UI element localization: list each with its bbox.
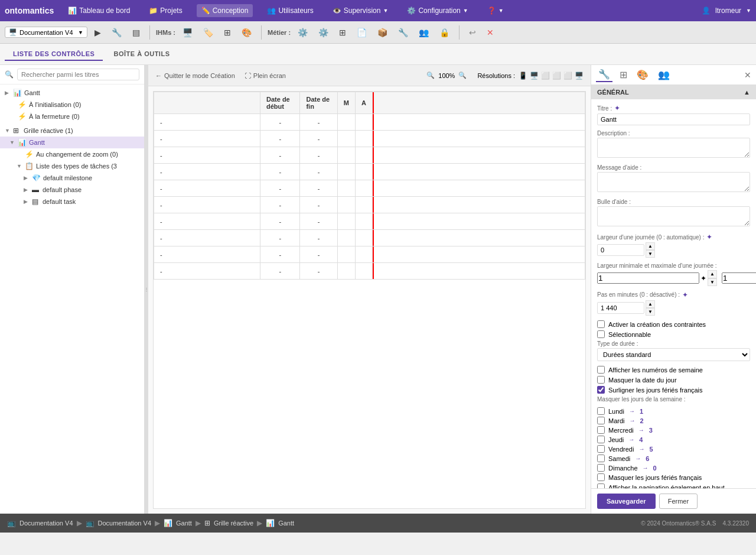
zoom-out-icon[interactable]: 🔍 [426,72,435,79]
description-textarea[interactable] [597,138,750,158]
nav-help[interactable]: ❓ ▼ [483,4,509,17]
tree-item-gantt-child[interactable]: ▼ 📊 Gantt [0,137,144,148]
breadcrumb-item-4[interactable]: ⊞ Grille réactive [204,519,253,527]
doc-selector[interactable]: 🖥️ Documentation V4 ▼ [5,27,87,38]
tablet-icon-2[interactable]: ⬜ [552,72,561,80]
right-tab-wrench[interactable]: 🔧 [596,67,612,82]
play-btn[interactable]: ▶ [91,25,105,40]
metier-1-btn[interactable]: ⚙️ [294,25,311,40]
undo-btn[interactable]: ↩ [465,25,480,40]
tree-item-init-label: À l'initialisation (0) [29,101,139,108]
constraints-checkbox[interactable] [597,320,605,328]
step-input[interactable] [597,302,644,314]
mardi-checkbox[interactable] [597,417,605,424]
day-width-up-btn[interactable]: ▲ [646,242,655,250]
step-down-btn[interactable]: ▼ [646,308,655,316]
metier-3-btn[interactable]: ⊞ [335,25,350,40]
help-message-label: Message d'aide : [597,164,750,171]
cell-end: - [300,263,337,280]
mobile-icon[interactable]: 📱 [519,72,527,80]
nav-supervision[interactable]: 👁️ Supervision ▼ [328,4,393,17]
ihm-table-btn[interactable]: ⊞ [220,25,234,40]
tree-item-close[interactable]: ⚡ À la fermeture (0) [0,111,144,122]
close-panel-button[interactable]: Fermer [659,494,698,509]
title-input[interactable] [597,113,750,125]
search-input[interactable] [17,69,139,80]
tab-boite-outils[interactable]: BOÎTE À OUTILS [105,48,178,61]
day-width-input[interactable] [597,244,644,256]
day-width-down-btn[interactable]: ▼ [646,250,655,258]
right-tab-palette[interactable]: 🎨 [634,68,651,82]
tree-item-gantt[interactable]: ▶ 📊 Gantt [0,87,144,99]
quit-creation-btn[interactable]: ← Quitter le mode Création [155,72,235,79]
nav-tableau[interactable]: 📊 Tableau de bord [63,4,135,17]
cell-start: - [260,197,300,213]
breadcrumb-sep-2: ▶ [155,519,160,527]
tab-liste-controles[interactable]: LISTE DES CONTRÔLES [5,48,103,61]
breadcrumb-item-1[interactable]: 📺 Documentation V4 [7,519,73,527]
nav-projets[interactable]: 📁 Projets [144,4,187,17]
desktop-icon[interactable]: 🖥️ [575,72,584,80]
highlight-holidays-checkbox[interactable] [597,386,605,394]
tree-item-zoom[interactable]: ⚡ Au changement de zoom (0) [0,148,144,160]
tablet-icon-3[interactable]: ⬜ [563,72,572,80]
mercredi-checkbox[interactable] [597,426,605,434]
help-bubble-textarea[interactable] [597,206,750,226]
right-panel-close-btn[interactable]: ✕ [744,70,751,80]
dimanche-checkbox[interactable] [597,464,605,472]
right-tab-users[interactable]: 👥 [656,68,672,82]
breadcrumb-item-3[interactable]: 📊 Gantt [164,519,192,527]
max-input[interactable] [722,272,756,284]
nav-utilisateurs[interactable]: 👥 Utilisateurs [262,4,318,17]
metier-6-btn[interactable]: 🔧 [395,25,412,40]
lundi-checkbox[interactable] [597,407,605,415]
metier-5-btn[interactable]: 📦 [374,25,391,40]
help-message-textarea[interactable] [597,172,750,192]
tree-item-milestone[interactable]: ▶ 💎 default milestone [0,172,144,184]
breadcrumb-grid-icon: ⊞ [204,519,210,527]
right-tab-grid[interactable]: ⊞ [617,68,630,82]
monitor-icon-2[interactable]: 🖥️ [530,72,539,80]
tree-item-task[interactable]: ▶ ▤ default task [0,196,144,207]
general-section-header[interactable]: GÉNÉRAL ▲ [591,85,756,99]
tree-item-init[interactable]: ⚡ À l'initialisation (0) [0,99,144,111]
min-down-btn[interactable]: ▼ [708,278,717,286]
tree-item-phase[interactable]: ▶ ▬ default phase [0,184,144,196]
ihm-monitor-btn[interactable]: 🖥️ [179,25,196,40]
zoom-in-icon[interactable]: 🔍 [458,72,467,79]
settings-btn[interactable]: 🔧 [108,25,125,40]
tree-item-grille[interactable]: ▼ ⊞ Grille réactive (1) [0,125,144,137]
cell-end: - [300,230,337,246]
breadcrumb-item-2[interactable]: 📺 Documentation V4 [86,519,152,527]
breadcrumb-item-5[interactable]: 📊 Gantt [266,519,294,527]
metier-4-btn[interactable]: 📄 [353,25,370,40]
hide-date-label: Masquer la date du jour [608,377,677,384]
step-up-btn[interactable]: ▲ [646,300,655,308]
jeudi-checkbox[interactable] [597,436,605,443]
metier-7-btn[interactable]: 👥 [415,25,432,40]
nav-configuration[interactable]: ⚙️ Configuration ▼ [402,4,472,17]
fullscreen-btn[interactable]: ⛶ Plein écran [245,72,286,79]
pagination-checkbox[interactable] [597,483,605,488]
hide-date-checkbox[interactable] [597,376,605,384]
cell-a [356,180,373,197]
min-input[interactable] [597,272,699,284]
metier-2-btn[interactable]: ⚙️ [315,25,332,40]
close-btn2[interactable]: ✕ [483,25,497,40]
save-button[interactable]: Sauvegarder [597,494,656,509]
vendredi-checkbox[interactable] [597,445,605,453]
selectable-checkbox[interactable] [597,330,605,338]
samedi-checkbox[interactable] [597,455,605,462]
ihm-paint-btn[interactable]: 🎨 [238,25,255,40]
metier-8-btn[interactable]: 🔒 [436,25,453,40]
duration-type-select[interactable]: Durées standard [597,348,750,361]
tree-item-types[interactable]: ▼ 📋 Liste des types de tâches (3 [0,160,144,172]
min-up-btn[interactable]: ▲ [708,270,717,278]
week-numbers-checkbox[interactable] [597,366,605,374]
hide-holidays-checkbox[interactable] [597,473,605,481]
table-row: --- [154,131,585,147]
nav-conception[interactable]: ✏️ Conception [197,4,253,17]
list-btn[interactable]: ▤ [129,25,144,40]
tablet-icon[interactable]: ⬜ [541,72,550,80]
ihm-tag-btn[interactable]: 🏷️ [200,25,217,40]
